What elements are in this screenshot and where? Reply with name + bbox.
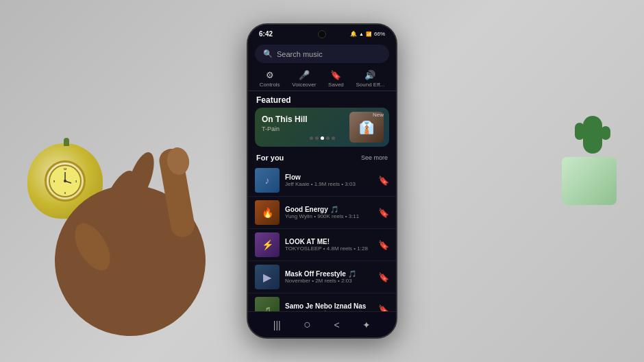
notification-icon: 🔔: [350, 31, 357, 37]
music-title-1: Flow: [285, 173, 373, 181]
music-info-2: Good Energy 🎵 Yung Wylin • 900K reels • …: [285, 206, 373, 219]
music-info-5: Samo Je Nebo Iznad Nas Neda Ukraden, Žel…: [285, 302, 373, 311]
wifi-icon: 📶: [366, 32, 372, 37]
search-bar[interactable]: 🔍 Search music: [255, 45, 389, 63]
for-you-header: For you See more: [248, 151, 396, 165]
bookmark-3[interactable]: 🔖: [378, 240, 389, 250]
music-info-4: Mask Off Freestyle 🎵 November • 2M reels…: [285, 270, 373, 284]
featured-card[interactable]: 👔 New On This Hill T-Pain: [255, 108, 389, 147]
status-icons: 🔔 ▲ 📶 66%: [350, 31, 385, 37]
screen: 6:42 🔔 ▲ 📶 66% 🔍 Search music ⚙ Controls: [248, 25, 396, 337]
status-time: 6:42: [259, 30, 273, 38]
bookmark-5[interactable]: 🔖: [378, 304, 389, 312]
filter-tab-voiceover[interactable]: 🎤 Voiceover: [292, 70, 316, 88]
nav-star-button[interactable]: ✦: [362, 319, 371, 330]
dot-2: [315, 136, 319, 140]
music-info-3: LOOK AT ME! TOKYOSLEEP • 4.8M reels • 1:…: [285, 238, 373, 252]
controls-icon: ⚙: [266, 70, 274, 80]
filter-tab-sound[interactable]: 🔊 Sound Eff...: [356, 70, 384, 88]
music-meta-3: TOKYOSLEEP • 4.8M reels • 1:28: [285, 245, 373, 252]
phone: 6:42 🔔 ▲ 📶 66% 🔍 Search music ⚙ Controls: [247, 23, 397, 339]
search-icon: 🔍: [263, 49, 273, 58]
filter-tab-controls[interactable]: ⚙ Controls: [260, 70, 280, 88]
dot-5: [332, 136, 335, 140]
music-item-lookatme[interactable]: ⚡ LOOK AT ME! TOKYOSLEEP • 4.8M reels • …: [248, 229, 396, 261]
search-placeholder: Search music: [277, 50, 323, 58]
music-title-3: LOOK AT ME!: [285, 238, 373, 245]
music-meta-2: Yung Wylin • 900K reels • 3:11: [285, 213, 373, 219]
see-more-button[interactable]: See more: [361, 154, 388, 161]
dot-3: [321, 136, 324, 140]
music-title-4: Mask Off Freestyle 🎵: [285, 270, 373, 278]
nav-home-button[interactable]: ○: [304, 317, 311, 332]
bottom-nav: ||| ○ < ✦: [248, 311, 396, 337]
music-item-flow[interactable]: ♪ Flow Jeff Kaale • 1.9M reels • 3:03 🔖: [248, 165, 396, 197]
bookmark-1[interactable]: 🔖: [378, 176, 389, 186]
featured-badge: New: [373, 112, 384, 118]
saved-label: Saved: [328, 82, 344, 88]
nav-back-button[interactable]: <: [334, 319, 340, 330]
music-meta-1: Jeff Kaale • 1.9M reels • 3:03: [285, 181, 373, 187]
music-item-energy[interactable]: 🔥 Good Energy 🎵 Yung Wylin • 900K reels …: [248, 197, 396, 229]
sound-icon: 🔊: [364, 70, 375, 80]
music-list: ♪ Flow Jeff Kaale • 1.9M reels • 3:03 🔖 …: [248, 165, 396, 311]
for-you-title: For you: [256, 154, 284, 162]
filter-tab-saved[interactable]: 🔖 Saved: [328, 70, 344, 88]
filter-tabs: ⚙ Controls 🎤 Voiceover 🔖 Saved 🔊 Sound E…: [248, 67, 396, 91]
dot-1: [310, 136, 313, 140]
music-title-2: Good Energy 🎵: [285, 206, 373, 213]
controls-label: Controls: [260, 82, 280, 88]
voiceover-label: Voiceover: [292, 82, 316, 88]
voiceover-icon: 🎤: [299, 70, 310, 80]
bookmark-2[interactable]: 🔖: [378, 208, 389, 218]
music-meta-4: November • 2M reels • 2:03: [285, 278, 373, 284]
sound-label: Sound Eff...: [356, 82, 384, 88]
signal-icon: ▲: [359, 32, 364, 36]
featured-title: Featured: [248, 91, 396, 108]
phone-body: 6:42 🔔 ▲ 📶 66% 🔍 Search music ⚙ Controls: [247, 23, 397, 339]
music-item-maskoff[interactable]: ▶ Mask Off Freestyle 🎵 November • 2M ree…: [248, 261, 396, 293]
dot-4: [326, 136, 330, 140]
right-decoration: [562, 157, 623, 205]
music-title-5: Samo Je Nebo Iznad Nas: [285, 302, 373, 310]
hand-overlay: [41, 110, 260, 343]
music-item-nebo[interactable]: ♬ Samo Je Nebo Iznad Nas Neda Ukraden, Ž…: [248, 293, 396, 311]
battery-indicator: 66%: [374, 31, 385, 37]
bookmark-4[interactable]: 🔖: [378, 272, 389, 282]
nav-menu-button[interactable]: |||: [273, 319, 281, 330]
saved-icon: 🔖: [330, 70, 341, 80]
music-info-1: Flow Jeff Kaale • 1.9M reels • 3:03: [285, 173, 373, 187]
